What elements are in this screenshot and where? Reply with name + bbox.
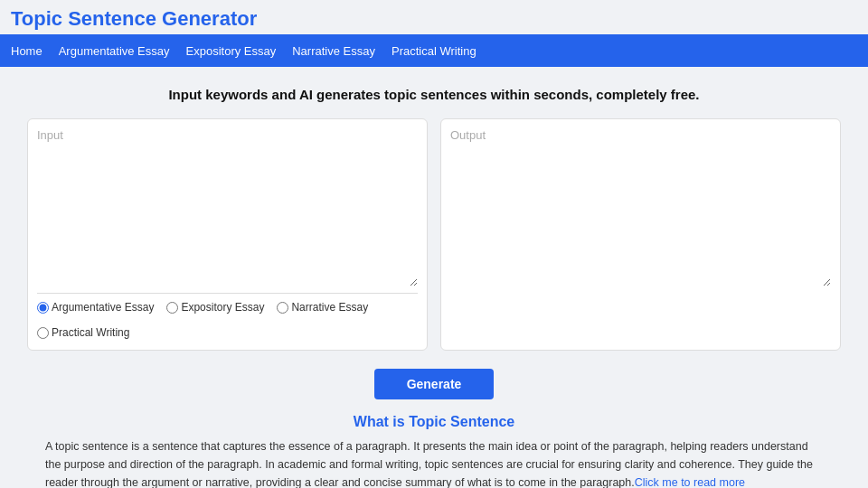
what-is-title: What is Topic Sentence xyxy=(45,414,823,437)
nav-home[interactable]: Home xyxy=(11,44,42,58)
input-card: Argumentative Essay Expository Essay Nar… xyxy=(27,118,428,351)
radio-narrative[interactable]: Narrative Essay xyxy=(277,301,368,314)
nav-expository-essay[interactable]: Expository Essay xyxy=(186,44,277,58)
output-card xyxy=(440,118,841,351)
generate-button[interactable]: Generate xyxy=(374,369,495,399)
what-is-section: What is Topic Sentence A topic sentence … xyxy=(0,412,868,488)
nav-argumentative-essay[interactable]: Argumentative Essay xyxy=(59,44,170,58)
page-title: Topic Sentence Generator xyxy=(0,0,868,34)
main-area: Argumentative Essay Expository Essay Nar… xyxy=(0,111,868,360)
radio-practical[interactable]: Practical Writing xyxy=(37,326,129,339)
output-textarea[interactable] xyxy=(450,128,831,286)
read-more-link[interactable]: Click me to read more xyxy=(635,476,745,488)
input-textarea[interactable] xyxy=(37,128,418,286)
radio-expository[interactable]: Expository Essay xyxy=(166,301,264,314)
generate-row: Generate xyxy=(0,360,868,412)
main-nav: Home Argumentative Essay Expository Essa… xyxy=(0,34,868,67)
what-is-body: A topic sentence is a sentence that capt… xyxy=(45,437,823,488)
radio-argumentative[interactable]: Argumentative Essay xyxy=(37,301,154,314)
nav-practical-writing[interactable]: Practical Writing xyxy=(392,44,476,58)
nav-narrative-essay[interactable]: Narrative Essay xyxy=(292,44,375,58)
essay-type-radio-group: Argumentative Essay Expository Essay Nar… xyxy=(37,294,418,341)
hero-text: Input keywords and AI generates topic se… xyxy=(0,67,868,111)
